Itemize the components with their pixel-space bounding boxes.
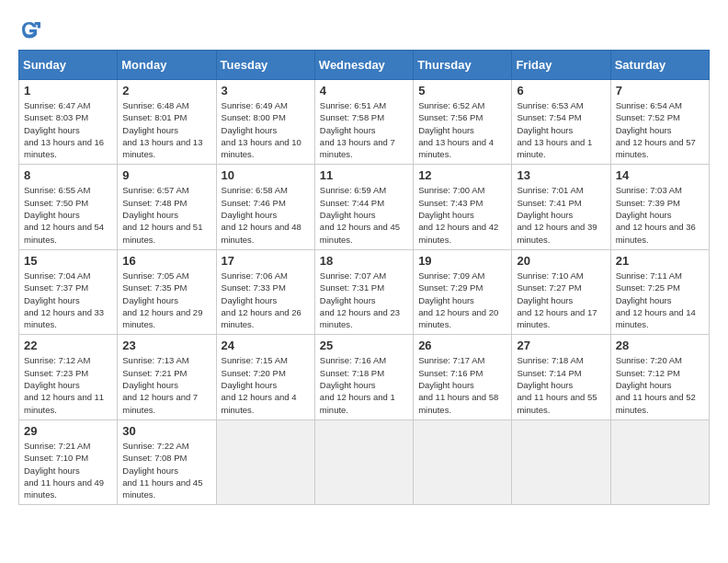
calendar-cell: 16 Sunrise: 7:05 AM Sunset: 7:35 PM Dayl… [118, 249, 216, 334]
calendar-row-4: 22 Sunrise: 7:12 AM Sunset: 7:23 PM Dayl… [19, 335, 710, 419]
calendar-cell: 3 Sunrise: 6:49 AM Sunset: 8:00 PM Dayli… [216, 80, 314, 165]
day-info: Sunrise: 7:16 AM Sunset: 7:18 PM Dayligh… [320, 354, 408, 415]
calendar-cell [610, 419, 709, 504]
day-info: Sunrise: 7:20 AM Sunset: 7:12 PM Dayligh… [616, 354, 704, 415]
calendar-cell: 26 Sunrise: 7:17 AM Sunset: 7:16 PM Dayl… [414, 335, 512, 419]
calendar-cell: 6 Sunrise: 6:53 AM Sunset: 7:54 PM Dayli… [512, 80, 610, 165]
day-number: 26 [418, 339, 506, 352]
day-info: Sunrise: 7:09 AM Sunset: 7:29 PM Dayligh… [418, 270, 506, 330]
day-number: 3 [222, 84, 310, 98]
weekday-wednesday: Wednesday [314, 51, 413, 80]
calendar-cell [216, 419, 314, 504]
day-info: Sunrise: 7:05 AM Sunset: 7:35 PM Dayligh… [122, 270, 210, 330]
day-number: 28 [616, 339, 704, 352]
day-number: 12 [418, 168, 506, 182]
weekday-header-row: SundayMondayTuesdayWednesdayThursdayFrid… [19, 51, 710, 80]
day-number: 27 [517, 339, 605, 352]
day-info: Sunrise: 6:59 AM Sunset: 7:44 PM Dayligh… [320, 184, 408, 245]
calendar-cell: 28 Sunrise: 7:20 AM Sunset: 7:12 PM Dayl… [610, 335, 709, 419]
calendar-cell: 19 Sunrise: 7:09 AM Sunset: 7:29 PM Dayl… [414, 249, 512, 334]
calendar-row-2: 8 Sunrise: 6:55 AM Sunset: 7:50 PM Dayli… [19, 165, 710, 249]
calendar-cell: 8 Sunrise: 6:55 AM Sunset: 7:50 PM Dayli… [19, 165, 118, 249]
day-number: 13 [517, 168, 605, 182]
day-number: 14 [616, 168, 704, 182]
calendar-row-3: 15 Sunrise: 7:04 AM Sunset: 7:37 PM Dayl… [19, 249, 710, 334]
calendar-cell: 10 Sunrise: 6:58 AM Sunset: 7:46 PM Dayl… [216, 165, 314, 249]
calendar-cell: 22 Sunrise: 7:12 AM Sunset: 7:23 PM Dayl… [19, 335, 118, 419]
page-header [18, 18, 710, 40]
day-number: 17 [222, 254, 310, 268]
weekday-tuesday: Tuesday [216, 51, 314, 80]
calendar-cell: 1 Sunrise: 6:47 AM Sunset: 8:03 PM Dayli… [19, 80, 118, 165]
day-number: 6 [517, 84, 605, 98]
day-info: Sunrise: 7:12 AM Sunset: 7:23 PM Dayligh… [24, 354, 112, 415]
day-number: 15 [24, 254, 112, 268]
calendar-body: 1 Sunrise: 6:47 AM Sunset: 8:03 PM Dayli… [19, 80, 710, 505]
calendar-cell: 7 Sunrise: 6:54 AM Sunset: 7:52 PM Dayli… [610, 80, 709, 165]
calendar-cell: 18 Sunrise: 7:07 AM Sunset: 7:31 PM Dayl… [314, 249, 413, 334]
weekday-sunday: Sunday [19, 51, 118, 80]
day-info: Sunrise: 6:55 AM Sunset: 7:50 PM Dayligh… [24, 184, 112, 245]
calendar-cell: 25 Sunrise: 7:16 AM Sunset: 7:18 PM Dayl… [314, 335, 413, 419]
logo-icon [18, 18, 40, 40]
day-info: Sunrise: 6:53 AM Sunset: 7:54 PM Dayligh… [517, 99, 605, 160]
day-number: 2 [122, 84, 210, 98]
day-number: 20 [517, 254, 605, 268]
day-info: Sunrise: 7:13 AM Sunset: 7:21 PM Dayligh… [122, 354, 210, 415]
calendar-cell: 11 Sunrise: 6:59 AM Sunset: 7:44 PM Dayl… [314, 165, 413, 249]
day-number: 22 [24, 339, 112, 352]
day-number: 30 [122, 424, 210, 438]
calendar-cell [512, 419, 610, 504]
calendar-cell: 15 Sunrise: 7:04 AM Sunset: 7:37 PM Dayl… [19, 249, 118, 334]
weekday-monday: Monday [118, 51, 216, 80]
day-info: Sunrise: 6:49 AM Sunset: 8:00 PM Dayligh… [222, 99, 310, 160]
day-number: 11 [320, 168, 408, 182]
day-info: Sunrise: 7:10 AM Sunset: 7:27 PM Dayligh… [517, 270, 605, 330]
day-number: 25 [320, 339, 408, 352]
calendar-cell: 27 Sunrise: 7:18 AM Sunset: 7:14 PM Dayl… [512, 335, 610, 419]
calendar-table: SundayMondayTuesdayWednesdayThursdayFrid… [18, 50, 710, 505]
day-info: Sunrise: 6:58 AM Sunset: 7:46 PM Dayligh… [222, 184, 310, 245]
day-number: 23 [122, 339, 210, 352]
day-number: 5 [418, 84, 506, 98]
calendar-cell: 29 Sunrise: 7:21 AM Sunset: 7:10 PM Dayl… [19, 419, 118, 504]
weekday-saturday: Saturday [610, 51, 709, 80]
calendar-cell: 4 Sunrise: 6:51 AM Sunset: 7:58 PM Dayli… [314, 80, 413, 165]
day-number: 9 [122, 168, 210, 182]
calendar-cell [314, 419, 413, 504]
day-info: Sunrise: 7:11 AM Sunset: 7:25 PM Dayligh… [616, 270, 704, 330]
day-number: 7 [616, 84, 704, 98]
calendar-cell: 17 Sunrise: 7:06 AM Sunset: 7:33 PM Dayl… [216, 249, 314, 334]
logo [18, 18, 44, 40]
calendar-row-5: 29 Sunrise: 7:21 AM Sunset: 7:10 PM Dayl… [19, 419, 710, 504]
day-info: Sunrise: 7:17 AM Sunset: 7:16 PM Dayligh… [418, 354, 506, 415]
day-info: Sunrise: 6:54 AM Sunset: 7:52 PM Dayligh… [616, 99, 704, 160]
weekday-friday: Friday [512, 51, 610, 80]
day-number: 24 [222, 339, 310, 352]
day-info: Sunrise: 7:00 AM Sunset: 7:43 PM Dayligh… [418, 184, 506, 245]
weekday-thursday: Thursday [414, 51, 512, 80]
day-info: Sunrise: 7:06 AM Sunset: 7:33 PM Dayligh… [222, 270, 310, 330]
day-info: Sunrise: 7:15 AM Sunset: 7:20 PM Dayligh… [222, 354, 310, 415]
calendar-cell: 2 Sunrise: 6:48 AM Sunset: 8:01 PM Dayli… [118, 80, 216, 165]
day-info: Sunrise: 7:07 AM Sunset: 7:31 PM Dayligh… [320, 270, 408, 330]
calendar-cell: 30 Sunrise: 7:22 AM Sunset: 7:08 PM Dayl… [118, 419, 216, 504]
day-info: Sunrise: 7:18 AM Sunset: 7:14 PM Dayligh… [517, 354, 605, 415]
day-info: Sunrise: 7:01 AM Sunset: 7:41 PM Dayligh… [517, 184, 605, 245]
day-number: 18 [320, 254, 408, 268]
day-number: 16 [122, 254, 210, 268]
day-info: Sunrise: 7:03 AM Sunset: 7:39 PM Dayligh… [616, 184, 704, 245]
day-number: 4 [320, 84, 408, 98]
day-number: 8 [24, 168, 112, 182]
day-info: Sunrise: 7:22 AM Sunset: 7:08 PM Dayligh… [122, 440, 210, 500]
day-info: Sunrise: 6:47 AM Sunset: 8:03 PM Dayligh… [24, 99, 112, 160]
day-info: Sunrise: 6:51 AM Sunset: 7:58 PM Dayligh… [320, 99, 408, 160]
day-info: Sunrise: 6:48 AM Sunset: 8:01 PM Dayligh… [122, 99, 210, 160]
day-info: Sunrise: 7:21 AM Sunset: 7:10 PM Dayligh… [24, 440, 112, 500]
calendar-cell: 14 Sunrise: 7:03 AM Sunset: 7:39 PM Dayl… [610, 165, 709, 249]
day-info: Sunrise: 7:04 AM Sunset: 7:37 PM Dayligh… [24, 270, 112, 330]
day-number: 19 [418, 254, 506, 268]
calendar-cell: 20 Sunrise: 7:10 AM Sunset: 7:27 PM Dayl… [512, 249, 610, 334]
calendar-cell: 9 Sunrise: 6:57 AM Sunset: 7:48 PM Dayli… [118, 165, 216, 249]
calendar-row-1: 1 Sunrise: 6:47 AM Sunset: 8:03 PM Dayli… [19, 80, 710, 165]
